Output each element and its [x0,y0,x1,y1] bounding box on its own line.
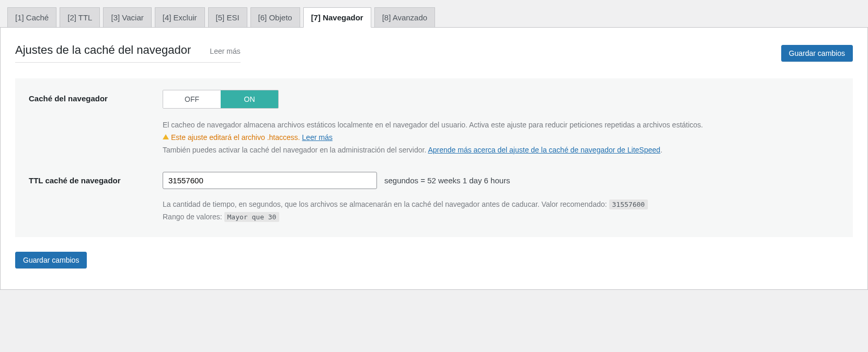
htaccess-read-more-link[interactable]: Leer más [302,133,333,142]
tab-cache[interactable]: [1] Caché [7,7,56,27]
tab-purge[interactable]: [3] Vaciar [103,7,151,27]
browser-cache-toggle: OFF ON [163,90,279,109]
tab-ttl[interactable]: [2] TTL [60,7,100,27]
tab-esi[interactable]: [5] ESI [208,7,247,27]
desc-line-2-post: . [660,146,663,154]
setting-browser-cache: Caché del navegador OFF ON El cacheo de … [29,90,839,156]
ttl-recommended-value: 31557600 [609,200,648,209]
ttl-input[interactable] [163,172,377,189]
setting-ttl: TTL caché de navegador segundos = 52 wee… [29,172,839,224]
tab-bar: [1] Caché [2] TTL [3] Vaciar [4] Excluir… [0,0,868,27]
tab-object[interactable]: [6] Objeto [250,7,300,27]
browser-cache-label: Caché del navegador [29,90,163,103]
ttl-desc-text: La cantidad de tiempo, en segundos, que … [163,200,609,208]
desc-line-1: El cacheo de navegador almacena archivos… [163,119,839,132]
htaccess-warning: Este ajuste editará el archivo .htaccess… [171,133,300,142]
tab-exclude[interactable]: [4] Excluir [155,7,205,27]
panel-header: Ajustes de la caché del navegador Leer m… [15,43,853,63]
ttl-suffix: segundos = 52 weeks 1 day 6 hours [384,176,510,185]
warning-icon [163,134,169,139]
read-more-link[interactable]: Leer más [210,47,240,55]
save-button-top[interactable]: Guardar cambios [781,45,853,62]
toggle-off[interactable]: OFF [163,90,221,108]
browser-cache-description: El cacheo de navegador almacena archivos… [163,119,839,156]
settings-panel: Ajustes de la caché del navegador Leer m… [0,27,868,290]
litespeed-learn-more-link[interactable]: Aprende más acerca del ajuste de la cach… [428,146,660,154]
tab-advanced[interactable]: [8] Avanzado [374,7,435,27]
tab-browser[interactable]: [7] Navegador [303,7,371,28]
ttl-range-label: Rango de valores: [163,213,224,221]
ttl-description: La cantidad de tiempo, en segundos, que … [163,198,839,224]
ttl-range-value: Mayor que 30 [224,212,280,222]
save-button-bottom[interactable]: Guardar cambios [15,252,87,268]
settings-block: Caché del navegador OFF ON El cacheo de … [15,78,853,237]
desc-line-2-pre: También puedes activar la caché del nave… [163,146,428,154]
toggle-on[interactable]: ON [221,90,278,108]
page-title: Ajustes de la caché del navegador [15,43,191,57]
ttl-label: TTL caché de navegador [29,172,163,185]
